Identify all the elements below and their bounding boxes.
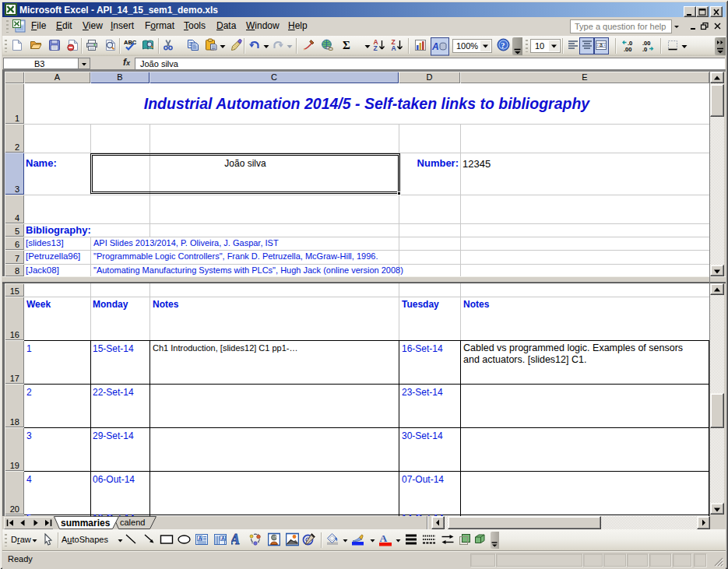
svg-text:ABC: ABC	[124, 39, 137, 46]
svg-text:Z: Z	[374, 44, 378, 52]
svg-text:A: A	[431, 41, 439, 52]
svg-text:A: A	[199, 536, 202, 541]
svg-text:A: A	[231, 532, 240, 547]
svg-text:?: ?	[501, 41, 505, 50]
svg-text:A: A	[392, 44, 396, 52]
svg-text:Σ: Σ	[343, 39, 350, 51]
svg-text:a: a	[600, 42, 603, 47]
svg-text:.0: .0	[642, 46, 647, 52]
svg-text:A: A	[221, 536, 225, 541]
svg-text:.00: .00	[624, 46, 631, 52]
svg-text:A: A	[380, 532, 388, 544]
